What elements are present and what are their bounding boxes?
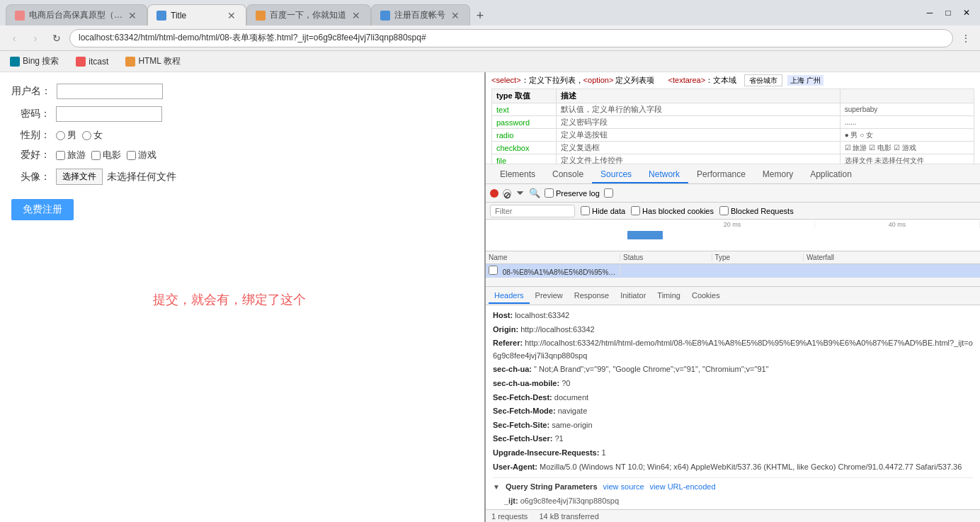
bookmark-html[interactable]: HTML 教程 (121, 54, 185, 69)
filter-icon[interactable]: ⏷ (515, 188, 525, 198)
tab-3-favicon (256, 11, 266, 21)
blocked-cookies-label[interactable]: Has blocked cookies (631, 206, 714, 215)
game-checkbox[interactable] (127, 151, 136, 160)
movie-checkbox[interactable] (91, 151, 101, 160)
desc-cell: 定义文件上传控件 (557, 154, 840, 165)
header-name: Sec-Fetch-Mode: (493, 407, 556, 415)
close-button[interactable]: ✕ (959, 5, 974, 21)
detail-tab-initiator[interactable]: Initiator (615, 288, 651, 304)
tab-network[interactable]: Network (640, 166, 688, 183)
filter-input[interactable] (490, 205, 575, 217)
tab-4-title: 注册百度帐号 (394, 9, 445, 21)
header-name: Upgrade-Insecure-Requests: (493, 448, 599, 457)
hobby-movie[interactable]: 电影 (91, 149, 121, 161)
username-label: 用户名： (11, 85, 51, 98)
detail-tab-preview[interactable]: Preview (530, 288, 569, 304)
username-input[interactable] (57, 84, 163, 99)
tab-elements[interactable]: Elements (491, 166, 544, 183)
tab-2-close[interactable]: ✕ (226, 10, 237, 21)
waterfall-bars (486, 229, 980, 251)
submit-button[interactable]: 免费注册 (11, 199, 74, 220)
travel-checkbox[interactable] (56, 151, 65, 160)
blocked-requests-label[interactable]: Blocked Requests (719, 206, 794, 215)
tab-console[interactable]: Console (544, 166, 592, 183)
header-line: Upgrade-Insecure-Requests: 1 (493, 447, 973, 460)
tab-4[interactable]: 注册百度帐号 ✕ (371, 4, 470, 25)
detail-tab-response[interactable]: Response (569, 288, 615, 304)
val-cell: superbaby (840, 103, 974, 116)
timeline-labels: 20 ms 40 ms (486, 220, 980, 229)
textarea-input[interactable]: 省份城市 (744, 74, 782, 86)
preserve-log-label[interactable]: Preserve log (545, 188, 600, 198)
refresh-button[interactable]: ↻ (48, 30, 65, 47)
val-cell: 选择文件 未选择任何文件 (840, 154, 974, 165)
tab-3[interactable]: 百度一下，你就知道 ✕ (246, 4, 371, 25)
minimize-button[interactable]: ─ (922, 5, 938, 21)
qs-view-source[interactable]: view source (603, 481, 644, 494)
header-line: Sec-Fetch-Site: same-origin (493, 419, 973, 432)
search-icon[interactable]: 🔍 (529, 188, 540, 198)
header-value: http://localhost:63342/html/html-demo/ht… (493, 339, 973, 360)
blocked-requests-checkbox[interactable] (719, 206, 729, 215)
new-tab-button[interactable]: + (470, 6, 490, 25)
gender-male-radio[interactable] (56, 131, 65, 140)
gender-female-radio[interactable] (82, 131, 91, 140)
request-detail-panel: Headers Preview Response Initiator Timin… (486, 287, 980, 509)
tab-4-close[interactable]: ✕ (450, 10, 461, 21)
forward-button[interactable]: › (27, 30, 44, 47)
tab-performance[interactable]: Performance (688, 166, 754, 183)
blocked-cookies-checkbox[interactable] (631, 206, 640, 215)
val-cell: ...... (840, 116, 974, 129)
network-status-bar: 1 requests 14 kB transferred (486, 509, 980, 522)
desc-cell: 定义单选按钮 (557, 129, 840, 142)
request-name: 08-%E8%A1%A8%E5%8D%95%95... (486, 266, 620, 276)
preserve-log-checkbox[interactable] (545, 188, 554, 198)
tab-2[interactable]: Title ✕ (147, 4, 246, 25)
detail-tab-cookies[interactable]: Cookies (686, 288, 726, 304)
clear-button[interactable]: ⊘ (503, 189, 511, 198)
gender-female[interactable]: 女 (82, 129, 103, 142)
tab-1[interactable]: 电商后台高保真原型（首页） ✕ (6, 4, 147, 25)
type-table-row: checkbox 定义复选框 ☑ 旅游 ☑ 电影 ☑ 游戏 (492, 142, 974, 154)
detail-tab-headers[interactable]: Headers (489, 288, 530, 304)
header-line: Referer: http://localhost:63342/html/htm… (493, 337, 973, 362)
browser-window: 电商后台高保真原型（首页） ✕ Title ✕ 百度一下，你就知道 ✕ 注册百度… (0, 0, 980, 522)
hide-data-text: Hide data (592, 207, 625, 215)
itcast-icon (76, 57, 86, 67)
record-button[interactable] (490, 189, 498, 198)
disable-cache-checkbox[interactable] (604, 188, 613, 198)
hide-data-checkbox[interactable] (581, 206, 590, 215)
tab-1-close[interactable]: ✕ (127, 10, 138, 21)
request-item-1[interactable]: 08-%E8%A1%A8%E5%8D%95%95... (486, 264, 980, 278)
tab-sources[interactable]: Sources (592, 166, 640, 183)
preserve-log-text: Preserve log (556, 189, 600, 198)
type-table-row: radio 定义单选按钮 ● 男 ○ 女 (492, 129, 974, 142)
textarea-value: 上海 广州 (787, 75, 824, 86)
time-20ms: 20 ms (650, 221, 815, 228)
gender-male[interactable]: 男 (56, 129, 76, 142)
html-label: HTML 教程 (138, 55, 181, 67)
header-name: sec-ch-ua-mobile: (493, 379, 559, 387)
extensions-button[interactable]: ⋮ (957, 30, 974, 47)
hide-data-label[interactable]: Hide data (581, 206, 625, 215)
password-input[interactable] (56, 106, 162, 122)
detail-tab-timing[interactable]: Timing (651, 288, 686, 304)
back-button[interactable]: ‹ (6, 30, 23, 47)
file-button[interactable]: 选择文件 (56, 169, 103, 185)
hobby-game[interactable]: 游戏 (127, 149, 156, 161)
header-value: 1 (601, 448, 605, 457)
tab-3-close[interactable]: ✕ (351, 10, 362, 21)
tab-application[interactable]: Application (802, 166, 860, 183)
header-value: " Not;A Brand";v="99", "Google Chrome";v… (534, 365, 768, 373)
bookmark-itcast[interactable]: itcast (72, 55, 113, 68)
header-name: Sec-Fetch-Dest: (493, 393, 552, 402)
bookmark-bing[interactable]: Bing 搜索 (6, 54, 63, 69)
disable-cache-label[interactable] (604, 188, 613, 198)
maximize-button[interactable]: □ (940, 5, 956, 21)
qs-view-url-encoded[interactable]: view URL-encoded (650, 481, 716, 494)
tab-memory[interactable]: Memory (754, 166, 802, 183)
request-checkbox[interactable] (489, 266, 498, 275)
username-row: 用户名： (11, 84, 473, 99)
address-input[interactable]: localhost:63342/html/html-demo/html/08-表… (69, 29, 953, 47)
hobby-travel[interactable]: 旅游 (56, 149, 86, 161)
